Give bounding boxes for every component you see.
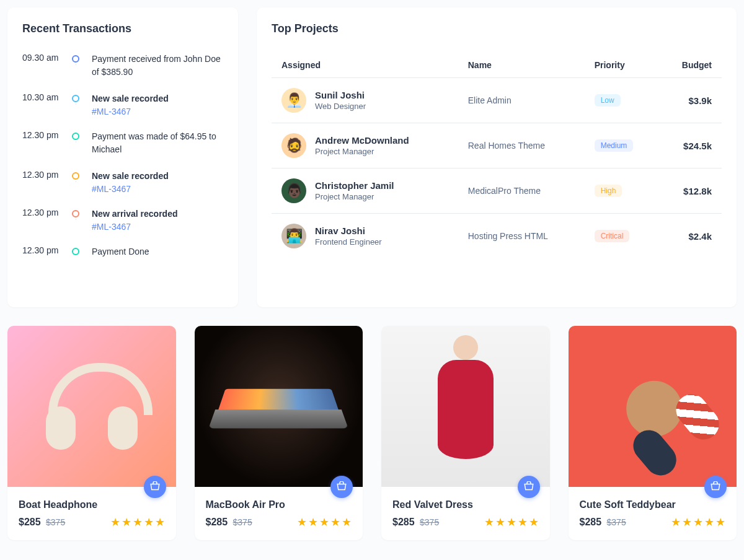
timeline-time: 12.30 pm xyxy=(22,245,69,255)
star-icon: ★ xyxy=(518,515,528,529)
avatar: 👨‍💻 xyxy=(281,224,306,248)
rating-stars[interactable]: ★★★★★ xyxy=(484,515,539,529)
timeline-content: Payment was made of $64.95 to Michael xyxy=(82,130,223,156)
priority-chip: Low xyxy=(595,94,621,107)
add-to-cart-button[interactable] xyxy=(704,476,727,498)
star-icon: ★ xyxy=(297,515,307,529)
avatar: 🧔 xyxy=(281,133,306,158)
timeline-dot-icon xyxy=(72,55,79,63)
star-icon: ★ xyxy=(144,515,154,529)
basket-icon xyxy=(523,481,534,492)
table-row[interactable]: 🧔 Andrew McDownland Project Manager Real… xyxy=(272,123,722,168)
product-image[interactable] xyxy=(381,326,550,487)
price-current: $285 xyxy=(580,517,602,527)
star-icon: ★ xyxy=(484,515,494,529)
table-row[interactable]: 👨‍💻 Nirav Joshi Frontend Engineer Hostin… xyxy=(272,214,722,259)
timeline-dot-icon xyxy=(72,133,79,140)
assignee-cell: 🧔 Andrew McDownland Project Manager xyxy=(281,133,448,158)
timeline-dot-icon xyxy=(72,210,79,217)
basket-icon xyxy=(149,481,161,492)
product-card[interactable]: Boat Headphone $285 $375 ★★★★★ xyxy=(7,326,176,540)
star-icon: ★ xyxy=(133,515,143,529)
timeline-text: Payment was made of $64.95 to Michael xyxy=(92,130,223,156)
avatar: 👨‍💼 xyxy=(281,88,306,113)
timeline-content: New sale recorded #ML-3467 xyxy=(82,170,223,194)
timeline-item: 12.30 pm New arrival recorded #ML-3467 xyxy=(22,208,223,245)
timeline-link[interactable]: #ML-3467 xyxy=(92,184,223,194)
star-icon: ★ xyxy=(507,515,516,529)
table-row[interactable]: 👨‍💼 Sunil Joshi Web Designer Elite Admin… xyxy=(272,78,722,123)
product-card[interactable]: Red Valvet Dress $285 $375 ★★★★★ xyxy=(381,326,550,540)
timeline-line xyxy=(76,103,76,105)
projects-table: Assigned Name Priority Budget 👨‍💼 Sunil … xyxy=(272,53,722,258)
product-card[interactable]: MacBook Air Pro $285 $375 ★★★★★ xyxy=(195,326,363,540)
basket-icon xyxy=(710,481,721,492)
timeline-dot-wrap xyxy=(69,53,82,63)
add-to-cart-button[interactable] xyxy=(518,476,540,498)
rating-stars[interactable]: ★★★★★ xyxy=(671,515,725,529)
product-card[interactable]: Cute Soft Teddybear $285 $375 ★★★★★ xyxy=(569,326,737,540)
assignee-role: Project Manager xyxy=(315,147,409,156)
timeline-time: 12.30 pm xyxy=(22,130,69,140)
timeline-text: New sale recorded xyxy=(92,92,223,105)
budget-value: $2.4k xyxy=(658,214,722,259)
assignee-role: Web Designer xyxy=(315,102,366,111)
timeline-content: Payment Done xyxy=(82,245,223,258)
timeline-dot-icon xyxy=(72,95,79,102)
priority-chip: Critical xyxy=(595,230,630,242)
budget-value: $12.8k xyxy=(658,168,722,214)
star-icon: ★ xyxy=(155,515,165,529)
product-name: Cute Soft Teddybear xyxy=(580,499,726,510)
price-current: $285 xyxy=(19,517,41,527)
product-image[interactable] xyxy=(569,326,737,487)
timeline-link[interactable]: #ML-3467 xyxy=(92,107,223,116)
price-old: $375 xyxy=(420,517,439,527)
star-icon: ★ xyxy=(330,515,340,529)
timeline-time: 09.30 am xyxy=(22,53,69,63)
timeline-dot-icon xyxy=(72,172,79,180)
col-name: Name xyxy=(458,53,585,78)
recent-transactions-card: Recent Transactions 09.30 am Payment rec… xyxy=(7,7,238,307)
timeline-time: 12.30 pm xyxy=(22,170,69,180)
timeline-dot-icon xyxy=(72,248,79,255)
budget-value: $24.5k xyxy=(658,123,722,168)
rating-stars[interactable]: ★★★★★ xyxy=(110,515,165,529)
timeline-line xyxy=(76,181,76,182)
assignee-role: Project Manager xyxy=(315,192,394,201)
add-to-cart-button[interactable] xyxy=(330,476,353,498)
assignee-name: Andrew McDownland xyxy=(315,135,409,146)
star-icon: ★ xyxy=(308,515,318,529)
product-image[interactable] xyxy=(195,326,363,487)
project-name: Real Homes Theme xyxy=(458,123,585,168)
project-name: Hosting Press HTML xyxy=(458,214,585,259)
timeline-line xyxy=(76,64,76,65)
timeline-item: 12.30 pm New sale recorded #ML-3467 xyxy=(22,170,223,208)
table-row[interactable]: 👨🏿 Christopher Jamil Project Manager Med… xyxy=(272,168,722,214)
product-image[interactable] xyxy=(7,326,176,487)
price-current: $285 xyxy=(206,517,228,527)
timeline-link[interactable]: #ML-3467 xyxy=(92,222,223,232)
price-old: $375 xyxy=(607,517,626,527)
rating-stars[interactable]: ★★★★★ xyxy=(297,515,352,529)
assignee-name: Sunil Joshi xyxy=(315,90,366,100)
timeline-item: 12.30 pm Payment Done xyxy=(22,245,223,272)
col-assigned: Assigned xyxy=(272,53,458,78)
add-to-cart-button[interactable] xyxy=(144,476,166,498)
assignee-cell: 👨‍💻 Nirav Joshi Frontend Engineer xyxy=(281,224,448,248)
star-icon: ★ xyxy=(715,515,725,529)
timeline-content: Payment received from John Doe of $385.9… xyxy=(82,53,223,79)
star-icon: ★ xyxy=(693,515,703,529)
star-icon: ★ xyxy=(122,515,131,529)
timeline-text: Payment received from John Doe of $385.9… xyxy=(92,53,223,79)
basket-icon xyxy=(336,481,347,492)
projects-title: Top Projects xyxy=(272,22,722,35)
assignee-cell: 👨🏿 Christopher Jamil Project Manager xyxy=(281,178,448,203)
timeline-dot-wrap xyxy=(69,92,82,102)
assignee-role: Frontend Engineer xyxy=(315,237,382,247)
timeline-content: New arrival recorded #ML-3467 xyxy=(82,208,223,232)
star-icon: ★ xyxy=(671,515,681,529)
timeline-text: New arrival recorded xyxy=(92,208,223,221)
assignee-name: Christopher Jamil xyxy=(315,180,394,191)
priority-chip: Medium xyxy=(595,139,634,152)
price-current: $285 xyxy=(392,517,415,527)
